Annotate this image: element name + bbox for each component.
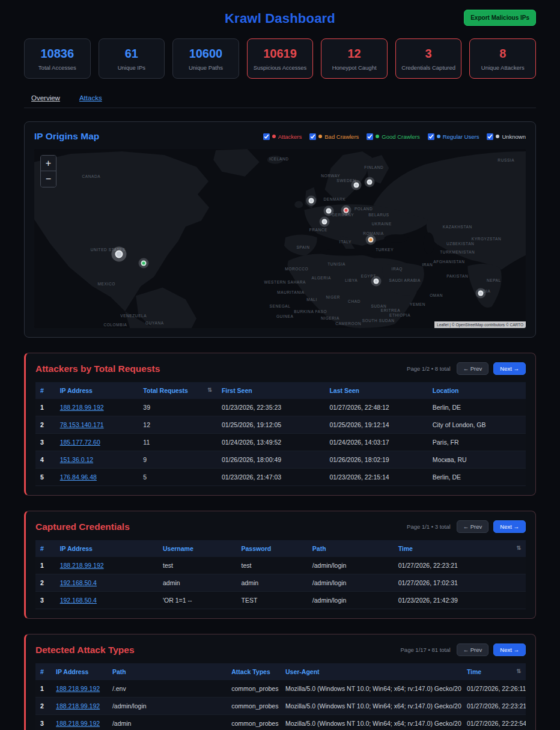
column-header-path[interactable]: Path (108, 663, 227, 680)
legend-item-regular-users[interactable]: Regular Users (428, 133, 479, 140)
column-header-num[interactable]: # (35, 382, 55, 399)
ip-link[interactable]: 188.218.99.192 (60, 562, 104, 569)
map-marker-unknown[interactable] (353, 182, 359, 187)
map-marker-unknown[interactable] (373, 278, 379, 284)
legend-checkbox-unknown[interactable] (487, 133, 493, 140)
map-marker-unknown[interactable] (308, 198, 314, 203)
cell: admin (158, 574, 237, 592)
ip-link[interactable]: 188.218.99.192 (56, 720, 100, 727)
prev-page-button[interactable]: ← Prev (457, 520, 489, 533)
column-header-num[interactable]: # (35, 663, 51, 680)
legend-item-bad-crawlers[interactable]: Bad Crawlers (309, 133, 359, 140)
legend-item-unknown[interactable]: Unknown (487, 133, 526, 140)
map-country-label: SWEDEN (336, 178, 356, 182)
sort-icon[interactable]: ⇅ (516, 668, 521, 674)
cell: test (237, 557, 308, 574)
map-marker-unknown[interactable] (115, 250, 123, 258)
map-marker-unknown[interactable] (321, 219, 327, 225)
prev-page-button[interactable]: ← Prev (457, 362, 489, 375)
column-header-time[interactable]: Time⇅ (394, 540, 526, 557)
column-header-time[interactable]: Time⇅ (462, 663, 526, 680)
next-page-button[interactable]: Next → (493, 520, 526, 533)
map-country-label: GUINEA (276, 314, 294, 318)
ip-link[interactable]: 185.177.72.60 (60, 439, 100, 446)
map-country-label: UKRAINE (372, 222, 392, 226)
ip-cell: 188.218.99.192 (51, 698, 108, 715)
column-header-password[interactable]: Password (237, 540, 308, 557)
legend-checkbox-good-crawlers[interactable] (367, 133, 373, 140)
column-header-first-seen[interactable]: First Seen (217, 382, 325, 399)
map-marker-unknown[interactable] (478, 291, 483, 296)
legend-checkbox-attackers[interactable] (263, 133, 270, 140)
map-country-label: COLOMBIA (103, 323, 127, 327)
captured-credentials-panel: Captured CredentialsPage 1/1 • 3 total← … (24, 511, 536, 619)
map-marker-bad-crawler[interactable] (368, 237, 374, 243)
column-header-user-agent[interactable]: User-Agent (281, 663, 462, 680)
stat-label: Unique Paths (175, 64, 236, 71)
legend-dot (437, 135, 440, 138)
next-page-button[interactable]: Next → (493, 643, 526, 656)
ip-link[interactable]: 188.218.99.192 (60, 404, 104, 411)
column-header-last-seen[interactable]: Last Seen (324, 382, 427, 399)
map-country-label: SOUTH SUDAN (362, 318, 395, 322)
column-header-num[interactable]: # (35, 540, 55, 557)
legend-label: Unknown (502, 133, 526, 140)
cell: 01/25/2026, 19:12:14 (324, 416, 427, 434)
cell: common_probes (227, 680, 281, 698)
legend-item-attackers[interactable]: Attackers (263, 133, 302, 140)
map-country-label: EGYPT (361, 273, 376, 278)
table-row: 3185.177.72.601101/24/2026, 13:49:5201/2… (35, 434, 526, 451)
sort-icon[interactable]: ⇅ (516, 545, 521, 551)
ip-link[interactable]: 192.168.50.4 (60, 579, 97, 586)
ip-link[interactable]: 78.153.140.171 (60, 421, 104, 428)
ip-link[interactable]: 188.218.99.192 (56, 702, 100, 710)
next-page-button[interactable]: Next → (493, 362, 526, 375)
map-country-label: TURKEY (376, 247, 394, 251)
sort-icon[interactable]: ⇅ (207, 387, 212, 393)
column-header-ip-address[interactable]: IP Address (55, 540, 158, 557)
map-panel-title: IP Origins Map (34, 131, 99, 142)
cell: Mozilla/5.0 (Windows NT 10.0; Win64; x64… (281, 698, 462, 715)
ip-cell: 192.168.50.4 (55, 574, 158, 592)
world-map[interactable]: + − CANADAUNITED STATESMEXICOVENEZUELACO… (34, 149, 526, 328)
tab-attacks[interactable]: Attacks (79, 94, 102, 102)
cell: test (158, 557, 237, 574)
legend-label: Bad Crawlers (324, 133, 359, 140)
column-header-ip-address[interactable]: IP Address (51, 663, 108, 680)
column-header-attack-types[interactable]: Attack Types (227, 663, 281, 680)
zoom-in-button[interactable]: + (41, 156, 56, 171)
column-header-location[interactable]: Location (428, 382, 526, 399)
map-marker-attacker[interactable] (343, 208, 348, 213)
ip-link[interactable]: 192.168.50.4 (60, 597, 97, 604)
legend-dot (272, 135, 276, 138)
ip-link[interactable]: 151.36.0.12 (60, 456, 93, 463)
column-header-username[interactable]: Username (158, 540, 237, 557)
dashboard-page: Krawl Dashboard Export Malicious IPs 108… (0, 0, 560, 730)
map-marker-unknown[interactable] (367, 179, 372, 184)
tab-overview[interactable]: Overview (31, 94, 60, 102)
ip-cell: 188.218.99.192 (55, 557, 158, 574)
map-marker-good-crawler[interactable] (141, 260, 147, 266)
map-marker-unknown[interactable] (326, 208, 331, 214)
stat-card-unique-paths: 10600Unique Paths (172, 38, 239, 79)
cell: 1 (35, 557, 55, 574)
cell: 39 (138, 399, 217, 416)
table-row: 1188.218.99.192testtest/admin/login01/27… (35, 557, 526, 574)
page-info: Page 1/1 • 3 total (407, 523, 451, 530)
map-country-label: AFGHANISTAN (433, 259, 464, 263)
column-header-path[interactable]: Path (308, 540, 394, 557)
cell: 3 (35, 715, 51, 730)
cell: 'OR 1=1 -- (158, 592, 237, 609)
column-header-ip-address[interactable]: IP Address (55, 382, 139, 399)
ip-link[interactable]: 176.84.96.48 (60, 473, 97, 481)
export-malicious-ips-button[interactable]: Export Malicious IPs (464, 10, 536, 26)
ip-link[interactable]: 188.218.99.192 (56, 685, 100, 692)
column-header-total-requests[interactable]: Total Requests⇅ (138, 382, 217, 399)
legend-checkbox-bad-crawlers[interactable] (309, 133, 316, 140)
legend-checkbox-regular-users[interactable] (428, 133, 434, 140)
prev-page-button[interactable]: ← Prev (457, 643, 489, 656)
zoom-out-button[interactable]: − (41, 171, 56, 187)
legend-item-good-crawlers[interactable]: Good Crawlers (367, 133, 419, 140)
stat-label: Credentials Captured (398, 64, 459, 71)
detected-attack-types-panel: Detected Attack TypesPage 1/17 • 81 tota… (24, 634, 536, 730)
